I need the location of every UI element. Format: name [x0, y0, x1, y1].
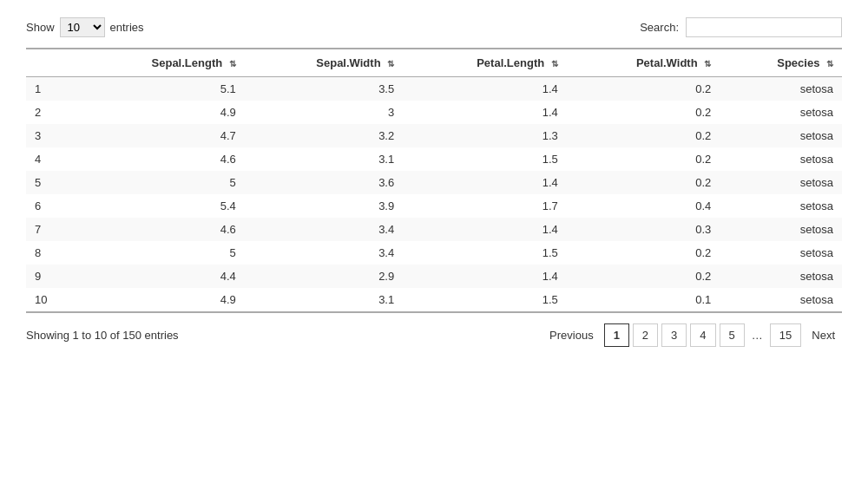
cell-index: 5 — [26, 171, 76, 194]
sort-icon-sepal-length: ⇅ — [229, 59, 236, 69]
sort-icon-petal-length: ⇅ — [551, 59, 558, 69]
table-row: 34.73.21.30.2setosa — [26, 124, 842, 147]
cell-petal_width: 0.2 — [567, 171, 720, 194]
pagination-ellipsis: … — [748, 324, 766, 346]
col-header-index — [26, 49, 76, 77]
col-header-sepal-length[interactable]: Sepal.Length ⇅ — [76, 49, 245, 77]
cell-sepal_width: 3.6 — [245, 171, 403, 194]
table-row: 104.93.11.50.1setosa — [26, 288, 842, 312]
cell-petal_length: 1.4 — [403, 218, 567, 241]
cell-petal_length: 1.4 — [403, 77, 567, 101]
table-info: Showing 1 to 10 of 150 entries — [26, 329, 179, 342]
cell-petal_length: 1.4 — [403, 171, 567, 194]
cell-species: setosa — [720, 288, 842, 312]
top-controls: Show 102550100 entries Search: — [26, 17, 842, 37]
cell-species: setosa — [720, 194, 842, 218]
page-button-2[interactable]: 2 — [633, 323, 658, 347]
cell-petal_width: 0.2 — [567, 124, 720, 147]
table-row: 15.13.51.40.2setosa — [26, 77, 842, 101]
entries-select[interactable]: 102550100 — [60, 17, 105, 37]
cell-index: 7 — [26, 218, 76, 241]
cell-species: setosa — [720, 241, 842, 265]
next-button[interactable]: Next — [805, 324, 842, 346]
cell-species: setosa — [720, 265, 842, 288]
cell-index: 6 — [26, 194, 76, 218]
table-row: 553.61.40.2setosa — [26, 171, 842, 194]
cell-sepal_length: 5 — [76, 241, 245, 265]
cell-sepal_length: 4.6 — [76, 147, 245, 171]
pagination: Previous 1 2 3 4 5 … 15 Next — [542, 323, 842, 347]
header-row: Sepal.Length ⇅ Sepal.Width ⇅ Petal.Lengt… — [26, 49, 842, 77]
page-button-4[interactable]: 4 — [690, 323, 715, 347]
cell-sepal_length: 5 — [76, 171, 245, 194]
cell-petal_width: 0.2 — [567, 265, 720, 288]
sort-icon-species: ⇅ — [826, 59, 833, 69]
cell-petal_width: 0.1 — [567, 288, 720, 312]
cell-index: 8 — [26, 241, 76, 265]
table-header: Sepal.Length ⇅ Sepal.Width ⇅ Petal.Lengt… — [26, 49, 842, 77]
cell-petal_length: 1.5 — [403, 241, 567, 265]
search-box: Search: — [640, 17, 842, 37]
cell-petal_length: 1.5 — [403, 288, 567, 312]
sort-icon-sepal-width: ⇅ — [387, 59, 394, 69]
table-row: 74.63.41.40.3setosa — [26, 218, 842, 241]
cell-sepal_width: 3.5 — [245, 77, 403, 101]
cell-petal_length: 1.7 — [403, 194, 567, 218]
cell-petal_length: 1.4 — [403, 101, 567, 124]
cell-index: 1 — [26, 77, 76, 101]
entries-label: entries — [110, 21, 144, 34]
cell-sepal_width: 3.4 — [245, 218, 403, 241]
cell-index: 4 — [26, 147, 76, 171]
page-button-3[interactable]: 3 — [661, 323, 687, 347]
cell-petal_length: 1.4 — [403, 265, 567, 288]
cell-sepal_length: 4.4 — [76, 265, 245, 288]
show-label: Show — [26, 21, 55, 34]
cell-petal_width: 0.2 — [567, 101, 720, 124]
cell-sepal_width: 3 — [245, 101, 403, 124]
cell-sepal_width: 3.1 — [245, 147, 403, 171]
table-row: 44.63.11.50.2setosa — [26, 147, 842, 171]
cell-petal_width: 0.3 — [567, 218, 720, 241]
cell-sepal_length: 4.6 — [76, 218, 245, 241]
cell-sepal_length: 5.4 — [76, 194, 245, 218]
cell-index: 3 — [26, 124, 76, 147]
cell-index: 2 — [26, 101, 76, 124]
sort-icon-petal-width: ⇅ — [704, 59, 711, 69]
cell-species: setosa — [720, 124, 842, 147]
cell-sepal_length: 4.9 — [76, 288, 245, 312]
cell-sepal_length: 4.9 — [76, 101, 245, 124]
previous-button[interactable]: Previous — [542, 324, 601, 346]
show-entries-control: Show 102550100 entries — [26, 17, 144, 37]
table-row: 853.41.50.2setosa — [26, 241, 842, 265]
page-button-1[interactable]: 1 — [604, 323, 629, 347]
cell-sepal_width: 2.9 — [245, 265, 403, 288]
cell-petal_width: 0.4 — [567, 194, 720, 218]
cell-sepal_length: 4.7 — [76, 124, 245, 147]
cell-species: setosa — [720, 77, 842, 101]
cell-petal_length: 1.5 — [403, 147, 567, 171]
col-header-species[interactable]: Species ⇅ — [720, 49, 842, 77]
search-label: Search: — [640, 21, 679, 34]
cell-species: setosa — [720, 147, 842, 171]
cell-petal_width: 0.2 — [567, 241, 720, 265]
cell-species: setosa — [720, 171, 842, 194]
cell-petal_width: 0.2 — [567, 147, 720, 171]
cell-species: setosa — [720, 218, 842, 241]
cell-species: setosa — [720, 101, 842, 124]
table-row: 65.43.91.70.4setosa — [26, 194, 842, 218]
cell-sepal_width: 3.9 — [245, 194, 403, 218]
table-row: 94.42.91.40.2setosa — [26, 265, 842, 288]
table-body: 15.13.51.40.2setosa24.931.40.2setosa34.7… — [26, 77, 842, 313]
col-header-petal-width[interactable]: Petal.Width ⇅ — [567, 49, 720, 77]
cell-sepal_width: 3.1 — [245, 288, 403, 312]
page-button-5[interactable]: 5 — [720, 323, 745, 347]
col-header-sepal-width[interactable]: Sepal.Width ⇅ — [245, 49, 403, 77]
cell-sepal_width: 3.2 — [245, 124, 403, 147]
bottom-controls: Showing 1 to 10 of 150 entries Previous … — [26, 323, 842, 347]
col-header-petal-length[interactable]: Petal.Length ⇅ — [403, 49, 567, 77]
cell-sepal_length: 5.1 — [76, 77, 245, 101]
cell-sepal_width: 3.4 — [245, 241, 403, 265]
search-input[interactable] — [686, 17, 842, 37]
page-button-15[interactable]: 15 — [770, 323, 801, 347]
cell-index: 9 — [26, 265, 76, 288]
